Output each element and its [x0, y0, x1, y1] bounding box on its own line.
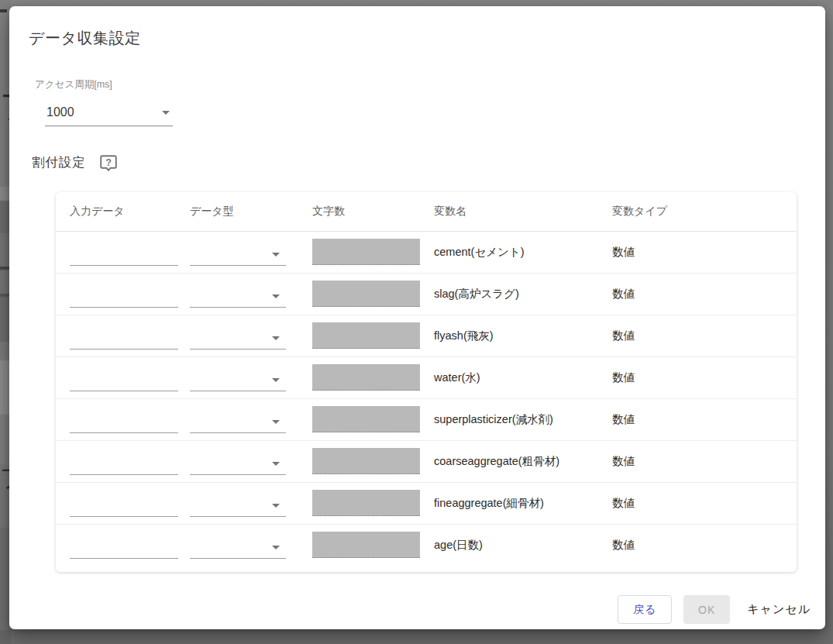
variable-type: 数値 — [612, 231, 797, 273]
table-row: cement(セメント) 数値 — [56, 231, 797, 273]
variable-name: water(水) — [434, 356, 612, 398]
help-icon[interactable]: ? — [98, 153, 119, 173]
char-count-field-disabled — [312, 322, 420, 349]
header-variable-name: 変数名 — [434, 192, 612, 231]
variable-name: coarseaggregate(粗骨材) — [434, 440, 612, 482]
char-count-field-disabled — [312, 406, 420, 432]
header-char-count: 文字数 — [312, 192, 434, 231]
table-row: age(日数) 数値 — [56, 524, 797, 566]
table-row: fineaggregate(細骨材) 数値 — [56, 482, 797, 524]
data-type-select[interactable] — [190, 539, 286, 559]
input-data-field[interactable] — [70, 371, 178, 391]
variable-type: 数値 — [612, 398, 797, 440]
access-period-label: アクセス周期[ms] — [35, 78, 112, 91]
chevron-down-icon — [272, 546, 280, 549]
data-type-select[interactable] — [190, 329, 286, 350]
variable-name: superplasticizer(減水剤) — [434, 398, 612, 440]
dialog-title: データ収集設定 — [29, 28, 140, 49]
table-row: coarseaggregate(粗骨材) 数値 — [56, 440, 797, 482]
char-count-field-disabled — [312, 490, 420, 516]
back-button[interactable]: 戻る — [618, 595, 672, 624]
table-row: flyash(飛灰) 数値 — [56, 315, 797, 356]
variable-name: cement(セメント) — [434, 231, 612, 273]
access-period-value: 1000 — [45, 105, 74, 119]
assignment-settings-label: 割付設定 — [32, 154, 86, 171]
variable-name: fineaggregate(細骨材) — [434, 482, 612, 524]
input-data-field[interactable] — [70, 455, 178, 475]
table-row: superplasticizer(減水剤) 数値 — [56, 398, 797, 440]
variable-name: slag(高炉スラグ) — [434, 273, 612, 315]
table-header-row: 入力データ データ型 文字数 変数名 変数タイプ — [56, 192, 797, 231]
header-data-type: データ型 — [190, 192, 312, 231]
variable-type: 数値 — [612, 440, 797, 482]
variable-type: 数値 — [612, 273, 797, 315]
data-type-select[interactable] — [190, 413, 286, 433]
variable-name: flyash(飛灰) — [434, 315, 612, 356]
char-count-field-disabled — [312, 532, 420, 558]
chevron-down-icon — [272, 462, 280, 466]
chevron-down-icon — [272, 420, 280, 424]
header-variable-type: 変数タイプ — [612, 192, 797, 231]
variable-type: 数値 — [612, 524, 797, 566]
chevron-down-icon — [272, 378, 280, 382]
data-type-select[interactable] — [190, 455, 286, 475]
dialog-footer: 戻る OK キャンセル — [618, 595, 812, 624]
char-count-field-disabled — [312, 448, 420, 474]
background-text-fragment — [0, 9, 7, 12]
variable-type: 数値 — [612, 356, 797, 398]
access-period-select[interactable]: 1000 — [45, 99, 173, 126]
variable-type: 数値 — [612, 482, 797, 524]
input-data-field[interactable] — [70, 539, 178, 559]
variable-name: age(日数) — [434, 524, 612, 566]
chevron-down-icon — [272, 294, 280, 298]
svg-text:?: ? — [105, 157, 112, 168]
cancel-button[interactable]: キャンセル — [745, 595, 812, 624]
input-data-field[interactable] — [70, 288, 178, 308]
variable-type: 数値 — [612, 315, 797, 356]
input-data-field[interactable] — [70, 497, 178, 517]
assignment-table-card: 入力データ データ型 文字数 変数名 変数タイプ cement(セメント) 数値 — [56, 192, 797, 572]
chevron-down-icon — [272, 336, 280, 340]
ok-button[interactable]: OK — [683, 595, 730, 624]
header-input-data: 入力データ — [56, 192, 190, 231]
input-data-field[interactable] — [70, 246, 178, 266]
char-count-field-disabled — [312, 364, 420, 391]
data-type-select[interactable] — [190, 371, 286, 391]
data-type-select[interactable] — [190, 288, 286, 308]
chevron-down-icon — [272, 504, 280, 508]
input-data-field[interactable] — [70, 329, 178, 350]
data-type-select[interactable] — [190, 246, 286, 266]
data-type-select[interactable] — [190, 497, 286, 517]
chevron-down-icon — [272, 253, 280, 257]
chevron-down-icon — [162, 111, 170, 115]
char-count-field-disabled — [312, 239, 420, 265]
input-data-field[interactable] — [70, 413, 178, 433]
char-count-field-disabled — [312, 281, 420, 307]
table-row: water(水) 数値 — [56, 356, 797, 398]
assignment-table: 入力データ データ型 文字数 変数名 変数タイプ cement(セメント) 数値 — [56, 192, 797, 566]
data-collection-settings-dialog: データ収集設定 アクセス周期[ms] 1000 割付設定 ? 入力データ データ… — [9, 6, 825, 629]
table-row: slag(高炉スラグ) 数値 — [56, 273, 797, 315]
